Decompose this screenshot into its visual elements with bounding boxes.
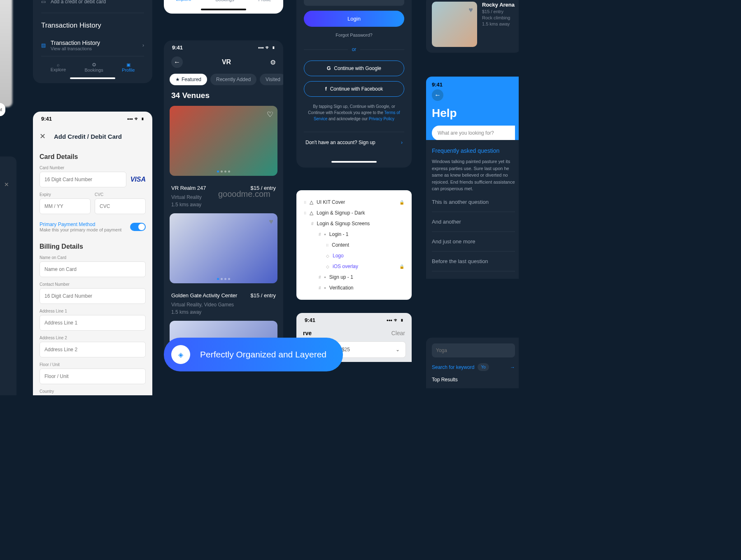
facebook-icon: f [325, 86, 327, 92]
lock-icon: 🔒 [399, 264, 404, 269]
page-title: Help [432, 107, 515, 120]
layer-item[interactable]: ◇ Logo [300, 250, 408, 261]
login-screen: Login Forgot Password? or GContinue with… [296, 0, 412, 168]
layer-item[interactable]: # ▫ Login - 1 [300, 229, 408, 240]
star-icon: ✪ [84, 62, 103, 68]
signup-link[interactable]: Don't have an account? Sign up› [304, 132, 404, 153]
card-number-input[interactable] [40, 172, 126, 187]
expiry-input[interactable] [40, 198, 91, 214]
status-icons: ••• ᯤ ▮ [387, 317, 403, 323]
nav-profile[interactable]: ▣Profile [122, 62, 135, 72]
layer-item[interactable]: # ▫ Verification [300, 282, 408, 293]
page-title: VR [222, 58, 231, 66]
nav-explore[interactable]: ⌕Explore [51, 62, 66, 72]
dark-edge-card: ✕ [0, 156, 16, 395]
search-icon: ⌕ [51, 62, 66, 67]
help-screen: 9:41 ← Help What are you looking for? Fr… [426, 77, 519, 279]
profile-screen: ▭ Add a credit or debit card Transaction… [33, 0, 152, 83]
nav-explore[interactable]: ⌕Explore [176, 0, 191, 2]
nav-bookings[interactable]: ✪Bookings [215, 0, 234, 2]
status-icons: ••• ᯤ ▮ [127, 116, 144, 122]
faq-item[interactable]: And another [432, 212, 515, 232]
transaction-icon: ▤ [41, 42, 46, 48]
layer-item[interactable]: ◇ iOS overlay🔒 [300, 261, 408, 272]
keyword-chip[interactable]: Yo [478, 363, 489, 371]
layer-item[interactable]: # Login & Signup Screens [300, 218, 408, 229]
google-icon: G [327, 65, 331, 71]
chip-recent[interactable]: Recently Added [210, 74, 256, 85]
contact-input[interactable] [40, 288, 146, 304]
close-icon[interactable]: ✕ [0, 156, 16, 188]
venue-image: ♥ [432, 2, 477, 47]
chip-visited[interactable]: Visited [260, 74, 283, 85]
terms-text: By tapping Sign up, Continue with Google… [304, 97, 404, 128]
venue-card[interactable]: ♥ [170, 213, 277, 283]
chevron-right-icon: › [142, 42, 144, 48]
heart-icon[interactable]: ♥ [269, 217, 273, 226]
explore-tabs-screen: ⌕Explore ✪Bookings ▣Profile [164, 0, 283, 14]
name-input[interactable] [40, 261, 146, 277]
layer-item[interactable]: ⁝⁝ △ Login & Signup - Dark [300, 208, 408, 218]
address2-input[interactable] [40, 342, 146, 357]
card-icon: ▭ [41, 0, 46, 5]
blurred-card [0, 0, 12, 107]
floor-input[interactable] [40, 369, 146, 384]
venues-count: 34 Venues [164, 91, 283, 106]
search-input[interactable] [432, 343, 515, 357]
venue-image: ♥ [170, 213, 277, 283]
faq-item[interactable]: This is another question [432, 192, 515, 212]
primary-toggle[interactable] [130, 223, 146, 231]
search-input[interactable]: What are you looking for? [432, 126, 515, 140]
feature-banner: ◈ Perfectly Organized and Layered [164, 338, 343, 371]
layers-icon: ◈ [171, 345, 190, 364]
lock-icon: 🔒 [399, 200, 404, 205]
heart-icon[interactable]: ♥ [468, 6, 473, 14]
layer-item[interactable]: # ▫ Sign up - 1 [300, 272, 408, 282]
layers-panel: ⁝⁝ △ UI KIT Cover🔒 ⁝⁝ △ Login & Signup -… [296, 190, 412, 300]
top-results-label: Top Results [432, 377, 515, 383]
arrow-icon[interactable]: → [510, 364, 515, 370]
profile-icon: ▣ [122, 62, 135, 68]
add-card-row[interactable]: ▭ Add a credit or debit card [41, 0, 144, 9]
search-card: Search for keywordYo→ Top Results [426, 338, 519, 388]
back-button[interactable]: ← [171, 56, 183, 68]
faq-title: Frequently asked question [432, 147, 515, 154]
add-card-screen: 9:41••• ᯤ ▮ ✕ Add Credit / Debit Card Ca… [33, 112, 152, 395]
layer-item[interactable]: ⁝⁝ Content [300, 240, 408, 250]
heart-icon[interactable]: ♡ [267, 110, 273, 119]
venue-card[interactable]: ♡ [170, 106, 277, 176]
nav-profile[interactable]: ▣Profile [258, 0, 271, 2]
page-title: Add Credit / Debit Card [54, 133, 122, 140]
faq-item[interactable]: Before the last question [432, 252, 515, 271]
back-button[interactable]: ← [432, 89, 443, 101]
privacy-link[interactable]: Privacy Policy [369, 117, 394, 121]
status-icons: ••• ᯤ ▮ [258, 44, 275, 51]
nav-bookings[interactable]: ✪Bookings [84, 62, 103, 72]
close-button[interactable]: ✕ [40, 132, 46, 141]
section-title: Transaction History [41, 16, 144, 35]
google-button[interactable]: GContinue with Google [304, 61, 404, 76]
forgot-password-link[interactable]: Forgot Password? [304, 27, 404, 43]
layer-item[interactable]: ⁝⁝ △ UI KIT Cover🔒 [300, 197, 408, 208]
cvc-input[interactable] [95, 198, 146, 214]
venue-image: ♡ [170, 106, 277, 176]
visa-logo: VISA [130, 176, 146, 187]
login-button[interactable]: Login [304, 11, 404, 27]
chip-featured[interactable]: ★ Featured [170, 74, 207, 85]
password-input[interactable] [304, 0, 404, 6]
chevron-right-icon: › [401, 140, 403, 145]
faq-text: Windows talking painted pasture yet its … [432, 158, 515, 192]
facebook-button[interactable]: fContinue with Facebook [304, 81, 404, 97]
transaction-history-row[interactable]: ▤ Transaction History View all transacti… [41, 35, 144, 56]
filter-icon[interactable]: ⚙ [270, 58, 276, 66]
watermark: gooodme.com [218, 189, 270, 199]
faq-item[interactable]: And just one more [432, 232, 515, 252]
clear-button[interactable]: Clear [391, 330, 405, 336]
address1-input[interactable] [40, 315, 146, 331]
rocky-card[interactable]: ♥ Rocky Arena $15 / entry Rock climbing … [426, 0, 519, 53]
vr-screen: 9:41••• ᯤ ▮ ← VR ⚙ ★ Featured Recently A… [164, 40, 283, 359]
chevron-down-icon: ⌄ [396, 347, 400, 352]
